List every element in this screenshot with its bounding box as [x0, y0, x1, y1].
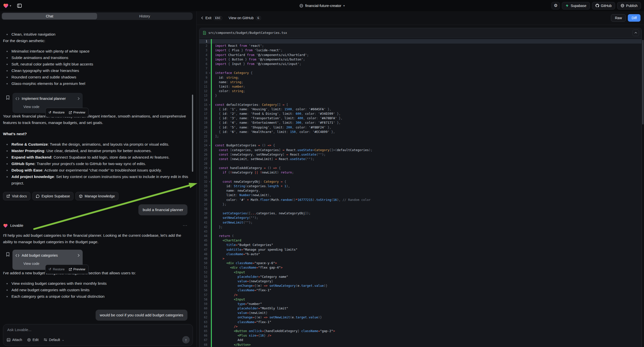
chevron-down-icon: ⌄	[62, 338, 64, 342]
tab-chat[interactable]: Chat	[2, 13, 97, 20]
github-button[interactable]: GitHub	[592, 2, 615, 10]
prompt-input[interactable]: Ask Lovable...	[7, 328, 189, 332]
line-number: 20	[200, 125, 211, 130]
mode-selector[interactable]: Default ⌄	[44, 338, 64, 342]
list-item: Expand with Backend: Connect Supabase to…	[3, 154, 189, 160]
code-line: 23	[200, 139, 642, 143]
attach-button[interactable]: Attach	[7, 338, 22, 342]
code-line: 35 limit: Number(newLimit),	[200, 193, 642, 198]
code-line: 45 <ChartCard	[200, 238, 642, 243]
line-number: 19	[200, 120, 211, 125]
message-text: I've added a new budget categories manag…	[3, 270, 189, 276]
preview-button[interactable]: Preview	[69, 109, 86, 116]
line-number: 21	[200, 130, 211, 134]
code-line: 50 <div className="space-y-6">	[200, 261, 642, 265]
code-line: 12 color: string;	[200, 89, 642, 93]
version-card-implement-financial-planner[interactable]: Implement financial planner View code ↺ …	[12, 93, 83, 113]
project-selector[interactable]: financial-future-creator ▾	[299, 4, 345, 8]
list-item: Minimalist interface with plenty of whit…	[3, 48, 189, 54]
g-key-badge: G	[256, 16, 261, 20]
restore-button[interactable]: ↺ Restore	[48, 266, 65, 272]
line-number: 36	[200, 198, 211, 202]
code-line: 49 >	[200, 256, 642, 261]
chevron-up-icon	[634, 32, 637, 34]
publish-globe-icon	[620, 4, 624, 8]
bookmark-icon[interactable]	[3, 93, 12, 113]
external-link-icon	[6, 194, 10, 198]
sidebar-toggle-button[interactable]	[16, 2, 23, 10]
code-scrollbar[interactable]	[642, 40, 644, 124]
bookmark-icon[interactable]	[3, 250, 12, 270]
line-number: 53	[200, 274, 211, 279]
github-label: GitHub	[601, 4, 612, 8]
settings-button[interactable]: ⚙	[552, 2, 560, 10]
code-line: 68 </Button>	[200, 342, 642, 347]
lovable-heart-icon	[3, 3, 9, 8]
code-line: 32▾ const newCategoryObj: Category = {	[200, 180, 642, 184]
fold-caret-icon[interactable]: ▾	[209, 166, 210, 170]
file-path: src/components/budget/BudgetCategories.t…	[208, 31, 630, 34]
version-card-title: Implement financial planner	[22, 95, 76, 102]
code-editor[interactable]: 12import React from 'react';3import { Pl…	[200, 38, 642, 347]
fold-caret-icon[interactable]: ▾	[209, 71, 210, 75]
collapse-file-button[interactable]	[632, 30, 639, 36]
preview-button[interactable]: Preview	[69, 266, 86, 272]
fold-caret-icon[interactable]: ▾	[209, 143, 210, 148]
line-number: 33	[200, 184, 211, 188]
external-link-icon	[69, 111, 72, 114]
supabase-button[interactable]: Supabase	[562, 2, 590, 10]
whats-next-heading: What's next?	[3, 131, 189, 137]
tab-history[interactable]: History	[97, 13, 192, 20]
code-line: 55 onChange={(e) => setNewCategory(e.tar…	[200, 284, 642, 288]
manage-knowledge-button[interactable]: Manage knowledge	[76, 192, 118, 200]
code-line: 46 title="Budget Categories"	[200, 243, 642, 247]
chat-messages: Clean, intuitive navigation For the desi…	[0, 21, 196, 323]
composer: Ask Lovable... Attach	[3, 324, 193, 346]
explore-supabase-button[interactable]: Explore Supabase	[32, 192, 74, 200]
version-card-actions: ↺ Restore Preview	[45, 264, 88, 274]
chat-history-tabs: Chat History	[2, 12, 193, 20]
code-line: 18 { id: '3', name: 'Transportation', li…	[200, 116, 642, 120]
file-header[interactable]: src/components/budget/BudgetCategories.t…	[200, 28, 642, 38]
assistant-name: Lovable	[10, 222, 180, 229]
exit-button[interactable]: Exit ESC	[201, 16, 222, 20]
code-line: 1	[200, 39, 642, 44]
code-line: 54 value={newCategory}	[200, 279, 642, 284]
restore-button[interactable]: ↺ Restore	[48, 109, 65, 116]
more-options-icon[interactable]: ···	[183, 222, 188, 229]
code-line: 34 name: newCategory,	[200, 188, 642, 193]
code-line: 56 className="flex-1"	[200, 288, 642, 292]
lovable-logo-menu[interactable]: ▾	[3, 3, 11, 8]
visit-docs-button[interactable]: Visit docs	[3, 192, 30, 200]
code-line: 51 <div className="flex gap-4">	[200, 265, 642, 270]
target-icon	[27, 338, 31, 342]
line-number: 45	[200, 238, 211, 243]
restore-icon: ↺	[48, 266, 51, 272]
github-icon	[596, 4, 599, 8]
raw-toggle-button[interactable]: Raw	[611, 14, 626, 22]
list-item: Add new budget categories with custom li…	[3, 287, 189, 293]
message-text: I'll help you add budget categories to t…	[3, 232, 189, 245]
image-icon	[7, 338, 10, 342]
code-line: 22];	[200, 134, 642, 139]
code-line: 7	[200, 66, 642, 71]
fold-caret-icon[interactable]: ▾	[209, 102, 210, 107]
fold-caret-icon[interactable]: ▾	[209, 180, 210, 184]
code-line: 28	[200, 161, 642, 166]
send-button[interactable]: ↑	[182, 336, 190, 344]
code-line: 5import { Button } from '@/components/ui…	[200, 57, 642, 62]
code-line: 11 limit: number;	[200, 84, 642, 89]
chat-scrollbar[interactable]	[192, 94, 193, 172]
code-line: 62 onChange={(e) => setNewLimit(e.target…	[200, 315, 642, 320]
chevron-down-icon: ▾	[343, 4, 345, 8]
list-item: Subtle animations and transitions	[3, 54, 189, 61]
publish-button[interactable]: Publish	[617, 2, 641, 10]
version-card-add-budget-categories[interactable]: Add budget categories View code ↺ Restor…	[12, 250, 83, 270]
code-line: 4import ChartCard from '@/components/ui/…	[200, 53, 642, 57]
list-item: Master Prompting: Use clear, detailed, a…	[3, 148, 189, 154]
code-line: 67 Add	[200, 338, 642, 342]
edit-button[interactable]: Edit	[27, 338, 38, 342]
line-number: 51	[200, 265, 211, 270]
view-on-github-button[interactable]: View on GitHub G	[228, 16, 261, 20]
diff-toggle-button[interactable]: Diff	[628, 14, 640, 22]
